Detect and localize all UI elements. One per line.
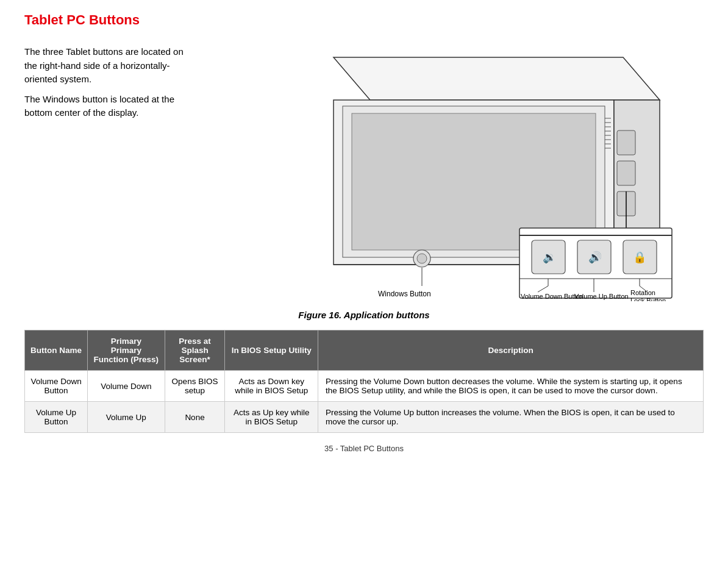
row1-button-name: Volume Down Button — [25, 371, 88, 402]
row2-button-name: Volume Up Button — [25, 402, 88, 433]
diagram-area: Windows Button 🔉 — [195, 39, 704, 301]
page-title: Tablet PC Buttons — [24, 12, 704, 28]
desc-para-2: The Windows button is located at the bot… — [24, 93, 195, 120]
col-header-bios: In BIOS Setup Utility — [225, 330, 318, 371]
svg-marker-0 — [334, 57, 660, 100]
row1-splash-screen: Opens BIOS setup — [165, 371, 225, 402]
svg-text:🔊: 🔊 — [588, 251, 602, 264]
col-header-primary-line1: Primary — [111, 337, 141, 346]
col-header-splash-line1: Press at Splash — [179, 337, 211, 355]
row2-splash-screen: None — [165, 402, 225, 433]
row1-primary-function: Volume Down — [88, 371, 165, 402]
row2-description: Pressing the Volume Up button increases … — [318, 402, 704, 433]
row1-bios-utility: Acts as Down key while in BIOS Setup — [225, 371, 318, 402]
col-header-splash-line2: Screen* — [179, 355, 210, 364]
col-header-splash-screen: Press at Splash Screen* — [165, 330, 225, 371]
svg-text:Rotation: Rotation — [630, 289, 655, 296]
figure-caption: Figure 16. Application buttons — [24, 310, 704, 320]
svg-rect-15 — [617, 161, 635, 185]
svg-text:🔉: 🔉 — [543, 251, 557, 264]
top-section: The three Tablet buttons are located on … — [24, 39, 704, 301]
page-footer: 35 - Tablet PC Buttons — [24, 444, 704, 453]
svg-rect-14 — [617, 130, 635, 155]
col-header-description: Description — [318, 330, 704, 371]
svg-text:Lock Button: Lock Button — [630, 297, 666, 301]
row1-description: Pressing the Volume Down button decrease… — [318, 371, 704, 402]
svg-point-18 — [417, 254, 427, 263]
svg-text:🔒: 🔒 — [633, 251, 647, 264]
col-header-primary-function: Primary Primary Function (Press) — [88, 330, 165, 371]
table-header-row: Button Name Primary Primary Function (Pr… — [25, 330, 704, 371]
windows-button-label: Windows Button — [378, 290, 431, 298]
page-container: Tablet PC Buttons The three Tablet butto… — [0, 0, 728, 465]
desc-para-1: The three Tablet buttons are located on … — [24, 45, 195, 87]
tablet-diagram: Windows Button 🔉 — [195, 39, 704, 301]
data-table: Button Name Primary Primary Function (Pr… — [24, 330, 704, 433]
col-header-button-name: Button Name — [25, 330, 88, 371]
table-row: Volume Up Button Volume Up None Acts as … — [25, 402, 704, 433]
table-row: Volume Down Button Volume Down Opens BIO… — [25, 371, 704, 402]
row2-bios-utility: Acts as Up key while in BIOS Setup — [225, 402, 318, 433]
description-text: The three Tablet buttons are located on … — [24, 39, 195, 301]
svg-text:Volume Up Button: Volume Up Button — [574, 293, 629, 300]
col-header-primary-line2: Primary Function (Press) — [94, 346, 159, 364]
row2-primary-function: Volume Up — [88, 402, 165, 433]
